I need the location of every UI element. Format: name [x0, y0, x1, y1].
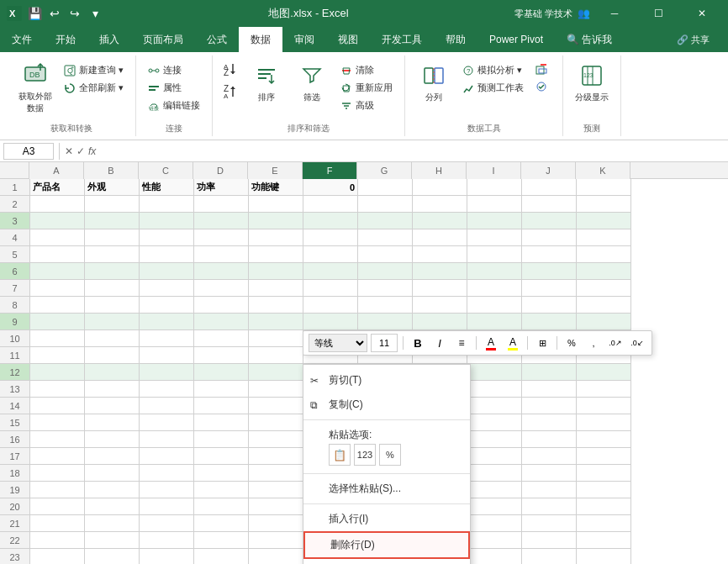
row-header-11[interactable]: 11	[0, 347, 29, 364]
cell-d2[interactable]	[194, 196, 249, 213]
cell-b2[interactable]	[85, 196, 140, 213]
row-header-1[interactable]: 1	[0, 179, 29, 196]
cancel-formula-icon[interactable]: ✕	[65, 145, 73, 157]
cell-h9[interactable]	[413, 314, 467, 330]
tab-insert[interactable]: 插入	[87, 27, 131, 52]
undo-icon[interactable]: ↩	[47, 6, 62, 21]
cell-c3[interactable]	[140, 213, 194, 229]
cell-a10[interactable]	[30, 330, 85, 347]
insert-function-icon[interactable]: fx	[88, 145, 96, 157]
cell-c22[interactable]	[140, 532, 194, 549]
cell-k3[interactable]	[577, 213, 631, 229]
row-header-16[interactable]: 16	[0, 431, 29, 448]
cell-a12[interactable]	[30, 364, 85, 381]
cell-e20[interactable]	[249, 498, 303, 515]
cell-e14[interactable]	[249, 398, 303, 414]
cell-a21[interactable]	[30, 515, 85, 532]
cell-g2[interactable]	[358, 196, 413, 213]
cell-k17[interactable]	[577, 448, 631, 465]
cell-j4[interactable]	[522, 229, 577, 246]
tab-help[interactable]: 帮助	[434, 27, 477, 52]
cell-j2[interactable]	[522, 196, 577, 213]
cell-e2[interactable]	[249, 196, 303, 213]
row-header-9[interactable]: 9	[0, 314, 29, 330]
row-header-5[interactable]: 5	[0, 246, 29, 263]
outline-button[interactable]: 123 分级显示	[570, 59, 614, 109]
cell-f4[interactable]	[303, 229, 358, 246]
cell-e10[interactable]	[249, 330, 303, 347]
comma-button[interactable]: ,	[584, 334, 603, 352]
cell-a20[interactable]	[30, 498, 85, 515]
col-header-a[interactable]: A	[29, 162, 84, 179]
cell-j15[interactable]	[522, 414, 577, 431]
cell-b9[interactable]	[85, 314, 140, 330]
row-header-6[interactable]: 6	[0, 263, 29, 280]
cell-b17[interactable]	[85, 448, 140, 465]
tab-formula[interactable]: 公式	[195, 27, 239, 52]
cell-c8[interactable]	[140, 297, 194, 314]
cell-b7[interactable]	[85, 280, 140, 297]
row-header-8[interactable]: 8	[0, 297, 29, 314]
col-header-d[interactable]: D	[193, 162, 248, 179]
formula-input[interactable]	[99, 145, 725, 157]
cell-k4[interactable]	[577, 229, 631, 246]
cell-e8[interactable]	[249, 297, 303, 314]
cell-a18[interactable]	[30, 465, 85, 482]
cell-d8[interactable]	[194, 297, 249, 314]
cell-f5[interactable]	[303, 246, 358, 263]
ctx-paste-special[interactable]: 选择性粘贴(S)...	[303, 477, 470, 501]
confirm-formula-icon[interactable]: ✓	[76, 145, 85, 157]
sort-za-button[interactable]: ZA	[219, 82, 243, 104]
col-header-b[interactable]: B	[84, 162, 139, 179]
cell-f3[interactable]	[303, 213, 358, 229]
cell-a17[interactable]	[30, 448, 85, 465]
minimize-button[interactable]: ─	[595, 0, 634, 27]
cell-k7[interactable]	[577, 280, 631, 297]
customize-icon[interactable]: ▾	[87, 6, 103, 21]
row-header-23[interactable]: 23	[0, 549, 29, 564]
cell-c17[interactable]	[140, 448, 194, 465]
dec-decimal-button[interactable]: .0↙	[628, 334, 646, 352]
cell-d16[interactable]	[194, 431, 249, 448]
col-header-g[interactable]: G	[357, 162, 412, 179]
cell-e7[interactable]	[249, 280, 303, 297]
border-button[interactable]: ⊞	[533, 334, 551, 352]
name-box[interactable]	[3, 143, 54, 160]
col-header-e[interactable]: E	[248, 162, 303, 179]
cell-a19[interactable]	[30, 482, 85, 498]
close-button[interactable]: ✕	[683, 0, 721, 27]
cell-a4[interactable]	[30, 229, 85, 246]
share-button[interactable]: 🔗 共享	[665, 27, 721, 52]
cell-j18[interactable]	[522, 465, 577, 482]
cell-e4[interactable]	[249, 229, 303, 246]
cell-k23[interactable]	[577, 549, 631, 564]
cell-d22[interactable]	[194, 532, 249, 549]
cell-a13[interactable]	[30, 381, 85, 398]
row-header-4[interactable]: 4	[0, 229, 29, 246]
cell-i9[interactable]	[467, 314, 522, 330]
cell-a7[interactable]	[30, 280, 85, 297]
font-color-button[interactable]: A	[482, 334, 500, 352]
cell-k8[interactable]	[577, 297, 631, 314]
row-header-20[interactable]: 20	[0, 498, 29, 515]
cell-d7[interactable]	[194, 280, 249, 297]
cell-b1[interactable]: 外观	[85, 179, 140, 196]
cell-c20[interactable]	[140, 498, 194, 515]
cell-i16[interactable]	[467, 431, 522, 448]
cell-c5[interactable]	[140, 246, 194, 263]
cell-d20[interactable]	[194, 498, 249, 515]
cell-k2[interactable]	[577, 196, 631, 213]
cell-f2[interactable]	[303, 196, 358, 213]
cell-f9[interactable]	[303, 314, 358, 330]
paste-icon-3[interactable]: %	[379, 444, 401, 466]
cell-j5[interactable]	[522, 246, 577, 263]
connections-button[interactable]: 连接	[143, 62, 205, 78]
row-header-13[interactable]: 13	[0, 381, 29, 398]
cell-g9[interactable]	[358, 314, 413, 330]
cell-e15[interactable]	[249, 414, 303, 431]
tab-home[interactable]: 开始	[44, 27, 87, 52]
cell-a8[interactable]	[30, 297, 85, 314]
cell-d3[interactable]	[194, 213, 249, 229]
cell-j1[interactable]	[522, 179, 577, 196]
advanced-button[interactable]: 高级	[335, 98, 398, 113]
